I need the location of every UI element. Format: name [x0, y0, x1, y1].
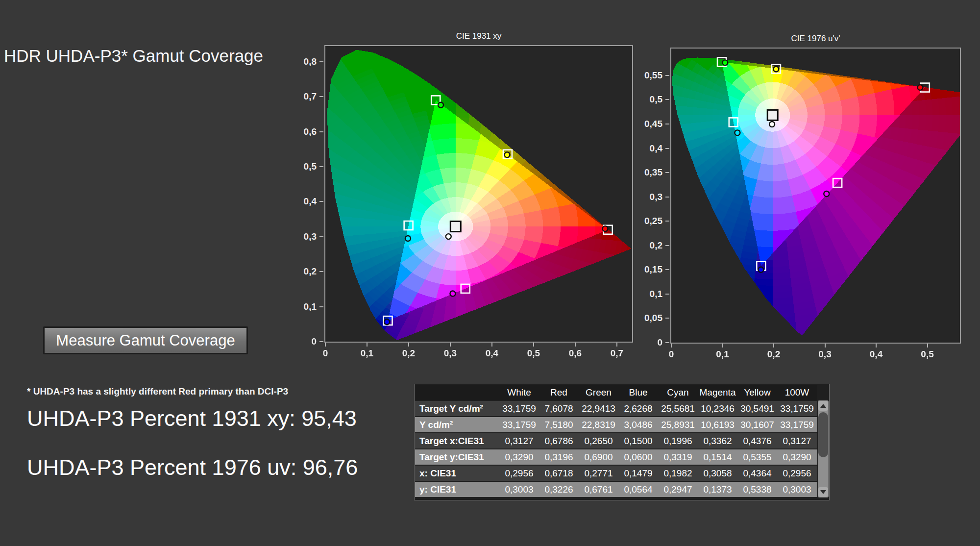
- measure-gamut-coverage-button[interactable]: Measure Gamut Coverage: [43, 326, 248, 354]
- table-header-cell: White: [499, 387, 539, 398]
- y-tick-label: 0,6: [287, 126, 317, 137]
- table-cell: 0,3226: [539, 484, 579, 495]
- table-cell: 10,6193: [698, 420, 737, 430]
- table-cell: 25,5681: [658, 403, 698, 414]
- table-cell: 0,3319: [658, 452, 698, 463]
- cie-1931-chart-title: CIE 1931 xy: [325, 31, 632, 41]
- gamut-coverage-screen: HDR UHDA-P3* Gamut Coverage CIE 1931 xy …: [0, 0, 980, 546]
- table-row: y: CIE310,30030,32260,67610,05640,29470,…: [415, 482, 817, 497]
- table-cell: 0,2956: [499, 468, 539, 479]
- x-axis-tick: [773, 344, 774, 347]
- x-axis-tick: [533, 343, 534, 347]
- y-axis-tick: [665, 75, 669, 76]
- x-tick-label: 0: [657, 349, 686, 360]
- table-cell: 0,5355: [737, 452, 777, 463]
- scroll-down-button[interactable]: [818, 487, 828, 497]
- table-header-cell: Cyan: [658, 387, 698, 398]
- table-cell: 0,1373: [698, 484, 737, 495]
- x-tick-label: 0,2: [759, 349, 788, 360]
- cie-1976-chart: CIE 1976 u'v' 00,10,20,30,40,500,050,10,…: [670, 48, 961, 344]
- table-cell: 0,4364: [737, 468, 777, 479]
- y-axis-tick: [319, 96, 323, 97]
- table-header-cell: 100W: [777, 387, 817, 398]
- y-axis-tick: [665, 172, 669, 173]
- table-cell: 7,6078: [539, 403, 579, 414]
- table-cell: 0,1500: [618, 436, 658, 447]
- x-tick-label: 0,1: [352, 348, 382, 359]
- table-cell: 0,6900: [579, 452, 618, 463]
- table-cell: 0,2947: [658, 484, 698, 495]
- x-tick-label: 0,2: [394, 348, 423, 359]
- table-cell: 33,1759: [777, 420, 817, 430]
- table-cell: 30,1607: [737, 420, 777, 430]
- y-axis-tick: [665, 197, 669, 198]
- table-scrollbar[interactable]: [818, 400, 829, 497]
- table-cell: 0,3003: [777, 484, 817, 495]
- y-axis-tick: [665, 269, 669, 270]
- y-tick-label: 0,5: [633, 94, 662, 105]
- x-tick-label: 0,3: [810, 349, 840, 360]
- x-axis-tick: [491, 343, 492, 347]
- percent-1931-result: UHDA-P3 Percent 1931 xy: 95,43: [27, 406, 357, 431]
- table-cell: 7,5180: [539, 420, 579, 430]
- y-axis-tick: [319, 61, 323, 62]
- cie-1976-chart-title: CIE 1976 u'v': [671, 34, 960, 44]
- y-tick-label: 0,05: [633, 313, 662, 323]
- y-tick-label: 0,1: [287, 301, 317, 312]
- y-axis-tick: [665, 124, 669, 124]
- table-row: Target y:CIE310,32900,31960,69000,06000,…: [415, 449, 817, 465]
- y-axis-tick: [665, 294, 669, 295]
- y-axis-tick: [319, 271, 323, 272]
- table-cell: 0,5338: [737, 484, 777, 495]
- table-cell: 0,3290: [777, 452, 817, 463]
- table-cell: 0,3290: [499, 452, 539, 463]
- y-tick-label: 0,3: [633, 192, 662, 202]
- table-header-cell: Green: [579, 387, 618, 398]
- x-tick-label: 0,7: [602, 348, 632, 359]
- table-cell: 0,3127: [777, 436, 817, 447]
- table-cell: 22,9413: [579, 403, 618, 414]
- scrollbar-thumb[interactable]: [818, 412, 828, 457]
- measurement-table: WhiteRedGreenBlueCyanMagentaYellow100WTa…: [414, 384, 830, 500]
- y-tick-label: 0: [287, 336, 317, 347]
- table-cell: 0,1479: [618, 468, 658, 479]
- table-cell: 10,2346: [698, 403, 737, 414]
- table-header-row: WhiteRedGreenBlueCyanMagentaYellow100W: [415, 385, 817, 400]
- x-tick-label: 0,4: [477, 348, 507, 359]
- y-tick-label: 0,3: [287, 231, 317, 242]
- table-cell: 0,4376: [737, 436, 777, 447]
- table-row: Target Y cd/m²33,17597,607822,94132,6268…: [415, 401, 817, 416]
- page-title: HDR UHDA-P3* Gamut Coverage: [4, 46, 263, 66]
- scroll-up-button[interactable]: [818, 401, 828, 411]
- table-header-cell: Blue: [618, 387, 658, 398]
- table-cell: 0,1996: [658, 436, 698, 447]
- table-cell: 0,3127: [499, 436, 539, 447]
- cie-1931-plot-canvas: [325, 46, 632, 342]
- x-axis-tick: [722, 344, 723, 347]
- table-header-cell: Magenta: [698, 387, 737, 398]
- table-cell: 0,1982: [658, 468, 698, 479]
- x-axis-tick: [450, 343, 451, 347]
- x-axis-tick: [325, 343, 326, 347]
- y-tick-label: 0,25: [633, 216, 662, 226]
- table-cell: 0,6718: [539, 468, 579, 479]
- up-arrow-icon: [820, 404, 826, 408]
- x-axis-tick: [671, 344, 672, 347]
- y-tick-label: 0,55: [633, 70, 662, 81]
- y-tick-label: 0,1: [633, 289, 662, 299]
- x-tick-label: 0,4: [861, 349, 891, 360]
- row-label: y: CIE31: [415, 484, 499, 495]
- table-cell: 0,1514: [698, 452, 737, 463]
- y-axis-tick: [319, 306, 323, 307]
- table-cell: 0,6786: [539, 436, 579, 447]
- table-cell: 0,0600: [618, 452, 658, 463]
- y-axis-tick: [319, 236, 323, 237]
- y-tick-label: 0,45: [633, 119, 662, 129]
- x-axis-tick: [575, 343, 576, 347]
- table-cell: 33,1759: [499, 403, 539, 414]
- table-cell: 25,8931: [658, 420, 698, 430]
- table-cell: 3,0486: [618, 420, 658, 430]
- x-tick-label: 0,6: [561, 348, 590, 359]
- row-label: Target x:CIE31: [415, 436, 499, 447]
- y-axis-tick: [319, 201, 323, 202]
